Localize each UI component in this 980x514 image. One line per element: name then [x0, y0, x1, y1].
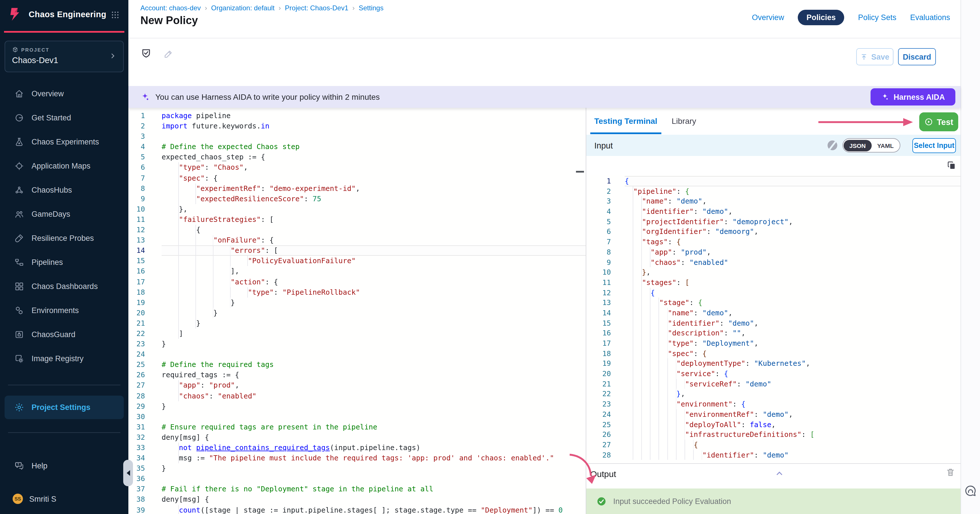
code-line: 16"description": "", — [586, 328, 961, 338]
line-number: 24 — [586, 409, 611, 419]
resource-center-chat-icon[interactable] — [964, 484, 977, 498]
line-number: 10 — [586, 267, 611, 277]
user-menu[interactable]: SS Smriti S — [13, 494, 56, 504]
edit-pencil-icon[interactable] — [163, 49, 173, 59]
shield-check-icon[interactable] — [140, 48, 152, 59]
tab-library[interactable]: Library — [672, 116, 696, 126]
code-line: 19"deploymentType": "Kubernetes", — [586, 359, 961, 369]
line-number: 15 — [128, 256, 145, 266]
app-logo[interactable]: Chaos Engineering — [8, 6, 106, 22]
code-line: 14"errors": [ — [128, 245, 586, 256]
project-label: PROJECT — [12, 46, 116, 53]
tab-evaluations[interactable]: Evaluations — [910, 13, 950, 22]
tab-policy-sets[interactable]: Policy Sets — [858, 13, 897, 22]
code-line: 24 — [128, 349, 586, 360]
code-line: 29} — [128, 401, 586, 411]
input-section-header: Input — [586, 135, 961, 156]
format-yaml-toggle[interactable]: YAML — [872, 140, 899, 151]
page-background-strip — [961, 0, 980, 514]
format-json-toggle[interactable]: JSON — [843, 140, 872, 151]
help-button[interactable]: ? Help — [14, 461, 48, 471]
policy-code-editor[interactable]: 1package pipeline2import future.keywords… — [128, 108, 586, 514]
code-line: 27{ — [586, 440, 961, 450]
line-number: 14 — [128, 245, 145, 256]
sidebar-item-resilience-probes[interactable]: Resilience Probes — [0, 226, 128, 250]
sidebar-item-chaos-dashboards[interactable]: Chaos Dashboards — [0, 274, 128, 298]
copy-icon[interactable] — [947, 161, 956, 170]
sidebar-item-chaoshubs[interactable]: ChaosHubs — [0, 178, 128, 202]
project-selector[interactable]: PROJECT Chaos-Dev1 — [5, 41, 124, 72]
line-number: 27 — [586, 440, 611, 450]
code-line: 2import future.keywords.in — [128, 121, 586, 131]
hexagons-icon — [14, 305, 24, 315]
overview-ruler-marker — [576, 171, 584, 173]
line-number: 8 — [586, 247, 611, 257]
image-gear-icon — [14, 353, 24, 363]
input-options-icon[interactable] — [827, 140, 837, 150]
line-number: 12 — [128, 225, 145, 235]
sidebar-item-overview[interactable]: Overview — [0, 81, 128, 105]
harness-aida-button[interactable]: Harness AIDA — [870, 88, 955, 105]
code-line: 21"serviceRef": "demo" — [586, 379, 961, 389]
trash-icon[interactable] — [946, 467, 955, 477]
tab-policies[interactable]: Policies — [798, 10, 845, 25]
input-json-editor[interactable]: 1{2"pipeline": {3"name": "demo",4"identi… — [586, 175, 961, 463]
sidebar-item-image-registry[interactable]: Image Registry — [0, 346, 128, 371]
code-line: 2"pipeline": { — [586, 186, 961, 196]
sidebar-item-application-maps[interactable]: Application Maps — [0, 154, 128, 178]
code-line: 8"app": "prod", — [586, 247, 961, 257]
tab-testing-terminal[interactable]: Testing Terminal — [594, 116, 657, 126]
sidebar-item-get-started[interactable]: Get Started — [0, 105, 128, 130]
code-line: 14"name": "demo", — [586, 308, 961, 318]
line-number: 11 — [128, 215, 145, 225]
cube-icon — [12, 46, 18, 53]
line-number: 12 — [586, 288, 611, 298]
sidebar-item-pipelines[interactable]: Pipelines — [0, 250, 128, 274]
module-grid-icon[interactable] — [111, 10, 120, 19]
code-line: 18"spec": { — [586, 348, 961, 358]
code-line: 6"orgIdentifier": "demoorg", — [586, 227, 961, 237]
breadcrumb-project[interactable]: Project: Chaos-Dev1 — [285, 4, 348, 12]
line-number: 25 — [586, 419, 611, 430]
policy-nav-tabs: Overview Policies Policy Sets Evaluation… — [752, 10, 950, 25]
line-number: 2 — [586, 186, 611, 196]
code-line: 36 — [128, 474, 586, 484]
sidebar-item-environments[interactable]: Environments — [0, 298, 128, 322]
sidebar-nav: Overview Get Started Chaos Experiments A… — [0, 81, 128, 371]
code-line: 16], — [128, 266, 586, 277]
sidebar-item-project-settings[interactable]: Project Settings — [5, 396, 124, 419]
line-number: 9 — [586, 257, 611, 267]
select-input-button[interactable]: Select Input — [912, 138, 956, 153]
breadcrumb: Account: chaos-dev› Organization: defaul… — [140, 4, 383, 12]
gear-icon — [14, 403, 24, 412]
check-circle-icon — [597, 496, 606, 506]
chevron-up-icon[interactable] — [775, 469, 784, 478]
code-line: 9"expectedResilienceScore": 75 — [128, 194, 586, 204]
line-number: 2 — [128, 121, 145, 131]
code-line: 11"failureStrategies": [ — [128, 215, 586, 225]
test-button[interactable]: Test — [919, 112, 958, 131]
tab-overview[interactable]: Overview — [752, 13, 784, 22]
sidebar-item-chaos-experiments[interactable]: Chaos Experiments — [0, 130, 128, 154]
line-number: 1 — [586, 176, 611, 186]
line-number: 26 — [586, 430, 611, 439]
code-line: 4# Define the expected Chaos step — [128, 142, 586, 152]
line-number: 3 — [586, 196, 611, 207]
code-line: 39count([stage | stage := input.pipeline… — [128, 505, 586, 514]
annotation-arrow-to-test — [817, 118, 915, 127]
sidebar-item-chaosguard[interactable]: ChaosGuard — [0, 322, 128, 346]
sidebar-collapse-handle[interactable] — [123, 460, 133, 486]
sidebar-item-gamedays[interactable]: GameDays — [0, 202, 128, 226]
code-line: 22}, — [586, 389, 961, 399]
code-line: 12{ — [586, 288, 961, 298]
line-number: 16 — [128, 266, 145, 277]
line-number: 19 — [586, 359, 611, 369]
breadcrumb-account[interactable]: Account: chaos-dev — [140, 4, 201, 12]
line-number: 27 — [128, 380, 145, 391]
line-number: 20 — [128, 308, 145, 318]
save-button[interactable]: Save — [856, 48, 894, 65]
breadcrumb-settings[interactable]: Settings — [359, 4, 384, 12]
line-number: 9 — [128, 194, 145, 204]
breadcrumb-org[interactable]: Organization: default — [211, 4, 275, 12]
discard-button[interactable]: Discard — [898, 48, 936, 65]
